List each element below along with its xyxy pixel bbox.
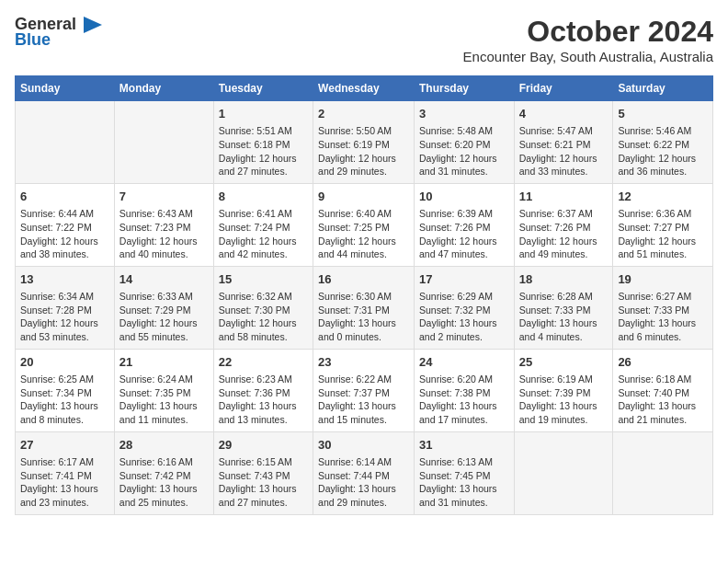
- cell-text: and 15 minutes.: [318, 413, 409, 427]
- cell-text: Sunset: 7:29 PM: [119, 304, 209, 317]
- cell-text: Sunset: 7:22 PM: [20, 221, 109, 235]
- cell-text: Sunset: 7:43 PM: [219, 469, 308, 483]
- cell-text: Sunrise: 6:23 AM: [219, 373, 308, 386]
- cell-text: Sunset: 7:30 PM: [219, 304, 308, 317]
- cell-text: Sunrise: 6:40 AM: [318, 207, 409, 221]
- calendar-cell: 29Sunrise: 6:15 AMSunset: 7:43 PMDayligh…: [213, 431, 313, 514]
- day-number: 19: [618, 271, 708, 288]
- cell-text: Daylight: 12 hours: [318, 235, 409, 248]
- day-number: 4: [519, 106, 609, 122]
- calendar-cell: 18Sunrise: 6:28 AMSunset: 7:33 PMDayligh…: [514, 266, 613, 349]
- cell-text: Sunset: 7:34 PM: [20, 386, 109, 400]
- page-header: General Blue October 2024 Encounter Bay,…: [15, 15, 713, 64]
- calendar-cell: 30Sunrise: 6:14 AMSunset: 7:44 PMDayligh…: [313, 431, 415, 514]
- cell-text: Daylight: 13 hours: [318, 316, 409, 330]
- cell-text: and 2 minutes.: [419, 330, 509, 344]
- cell-text: and 17 minutes.: [419, 413, 509, 427]
- header-day-thursday: Thursday: [414, 76, 514, 101]
- cell-text: Sunset: 6:18 PM: [219, 138, 308, 152]
- week-row-1: 1Sunrise: 5:51 AMSunset: 6:18 PMDaylight…: [16, 101, 713, 184]
- cell-text: Sunset: 7:38 PM: [419, 386, 509, 400]
- cell-text: Sunrise: 6:32 AM: [219, 290, 308, 304]
- day-number: 5: [618, 106, 708, 122]
- cell-text: Sunrise: 6:17 AM: [20, 455, 109, 469]
- title-block: October 2024 Encounter Bay, South Austra…: [463, 15, 713, 64]
- calendar-cell: [514, 431, 613, 514]
- cell-text: Sunrise: 6:16 AM: [119, 455, 209, 469]
- cell-text: and 31 minutes.: [419, 496, 509, 510]
- cell-text: and 29 minutes.: [318, 496, 409, 510]
- day-number: 9: [318, 189, 409, 205]
- calendar-table: SundayMondayTuesdayWednesdayThursdayFrid…: [15, 75, 713, 515]
- logo-blue-text: Blue: [15, 31, 51, 50]
- calendar-cell: 25Sunrise: 6:19 AMSunset: 7:39 PMDayligh…: [514, 349, 613, 431]
- cell-text: Sunset: 7:42 PM: [119, 469, 209, 483]
- day-number: 22: [219, 354, 308, 371]
- logo: General Blue: [15, 15, 104, 50]
- cell-text: Daylight: 13 hours: [419, 482, 509, 496]
- day-number: 14: [119, 271, 209, 288]
- calendar-cell: 10Sunrise: 6:39 AMSunset: 7:26 PMDayligh…: [414, 183, 514, 266]
- cell-text: Sunset: 6:20 PM: [419, 138, 509, 152]
- day-number: 28: [119, 437, 209, 454]
- cell-text: Daylight: 13 hours: [419, 316, 509, 330]
- cell-text: and 11 minutes.: [119, 413, 209, 427]
- cell-text: Daylight: 12 hours: [119, 316, 209, 330]
- cell-text: Sunset: 7:33 PM: [519, 304, 609, 317]
- day-number: 18: [519, 271, 609, 288]
- logo-arrow-icon: [76, 15, 104, 35]
- day-number: 29: [219, 437, 308, 454]
- cell-text: Sunset: 7:25 PM: [318, 221, 409, 235]
- header-day-monday: Monday: [114, 76, 213, 101]
- week-row-5: 27Sunrise: 6:17 AMSunset: 7:41 PMDayligh…: [16, 431, 713, 514]
- cell-text: Sunrise: 5:48 AM: [419, 124, 509, 138]
- cell-text: Sunrise: 6:24 AM: [119, 373, 209, 386]
- calendar-cell: 1Sunrise: 5:51 AMSunset: 6:18 PMDaylight…: [213, 101, 313, 184]
- cell-text: and 23 minutes.: [20, 496, 109, 510]
- day-number: 12: [618, 189, 708, 205]
- calendar-cell: 24Sunrise: 6:20 AMSunset: 7:38 PMDayligh…: [414, 349, 514, 431]
- cell-text: Sunrise: 5:51 AM: [219, 124, 308, 138]
- calendar-cell: [114, 101, 213, 184]
- cell-text: Sunset: 7:31 PM: [318, 304, 409, 317]
- cell-text: Sunrise: 6:41 AM: [219, 207, 308, 221]
- cell-text: and 4 minutes.: [519, 330, 609, 344]
- cell-text: Daylight: 12 hours: [618, 235, 708, 248]
- calendar-cell: 26Sunrise: 6:18 AMSunset: 7:40 PMDayligh…: [613, 349, 713, 431]
- cell-text: and 55 minutes.: [119, 330, 209, 344]
- cell-text: Daylight: 12 hours: [519, 152, 609, 166]
- calendar-header: SundayMondayTuesdayWednesdayThursdayFrid…: [16, 76, 713, 101]
- day-number: 20: [20, 354, 109, 371]
- day-number: 2: [318, 106, 409, 122]
- cell-text: and 27 minutes.: [219, 496, 308, 510]
- cell-text: and 58 minutes.: [219, 330, 308, 344]
- cell-text: Sunrise: 6:39 AM: [419, 207, 509, 221]
- main-title: October 2024: [463, 15, 713, 49]
- cell-text: Daylight: 13 hours: [219, 399, 308, 413]
- header-day-sunday: Sunday: [16, 76, 115, 101]
- day-number: 6: [20, 189, 109, 205]
- cell-text: and 0 minutes.: [318, 330, 409, 344]
- header-day-saturday: Saturday: [613, 76, 713, 101]
- calendar-cell: 20Sunrise: 6:25 AMSunset: 7:34 PMDayligh…: [16, 349, 115, 431]
- cell-text: Sunrise: 6:27 AM: [618, 290, 708, 304]
- day-number: 15: [219, 271, 308, 288]
- cell-text: Sunrise: 5:46 AM: [618, 124, 708, 138]
- calendar-cell: 27Sunrise: 6:17 AMSunset: 7:41 PMDayligh…: [16, 431, 115, 514]
- cell-text: Sunrise: 6:44 AM: [20, 207, 109, 221]
- calendar-cell: 17Sunrise: 6:29 AMSunset: 7:32 PMDayligh…: [414, 266, 514, 349]
- cell-text: and 6 minutes.: [618, 330, 708, 344]
- cell-text: Sunset: 7:27 PM: [618, 221, 708, 235]
- cell-text: Sunrise: 6:13 AM: [419, 455, 509, 469]
- cell-text: and 53 minutes.: [20, 330, 109, 344]
- header-row: SundayMondayTuesdayWednesdayThursdayFrid…: [16, 76, 713, 101]
- cell-text: Daylight: 12 hours: [219, 152, 308, 166]
- cell-text: Sunset: 6:22 PM: [618, 138, 708, 152]
- cell-text: Daylight: 12 hours: [219, 235, 308, 248]
- cell-text: Daylight: 12 hours: [219, 316, 308, 330]
- day-number: 13: [20, 271, 109, 288]
- day-number: 1: [219, 106, 308, 122]
- cell-text: and 29 minutes.: [318, 165, 409, 178]
- cell-text: and 42 minutes.: [219, 247, 308, 261]
- cell-text: and 33 minutes.: [519, 165, 609, 178]
